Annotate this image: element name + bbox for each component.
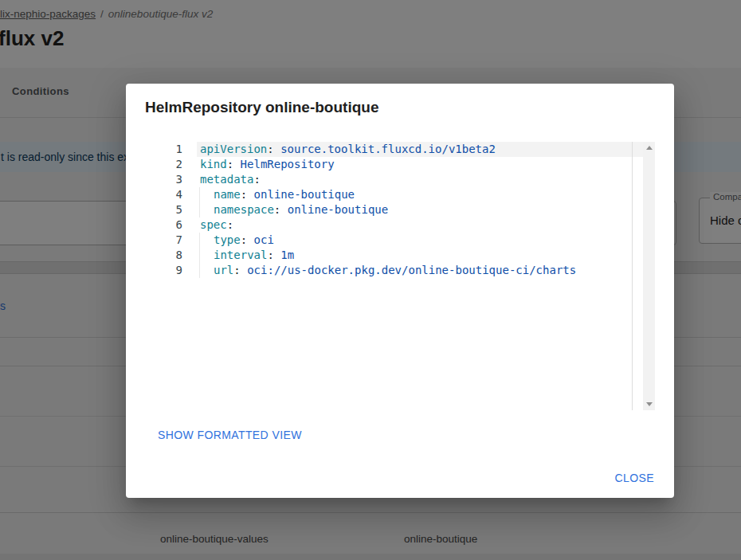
indent-guide-line	[199, 263, 200, 278]
code-line[interactable]: kind: HelmRepository	[197, 157, 643, 172]
indent-guide-line	[199, 187, 200, 202]
code-line[interactable]: url: oci://us-docker.pkg.dev/online-bout…	[197, 263, 643, 278]
indent-guide-line	[199, 202, 200, 217]
resource-yaml-dialog: HelmRepository online-boutique 123456789…	[126, 84, 674, 498]
code-line[interactable]: type: oci	[197, 233, 643, 248]
line-number: 4	[165, 187, 197, 202]
line-number: 3	[165, 172, 197, 187]
yaml-editor[interactable]: 123456789 apiVersion: source.toolkit.flu…	[165, 142, 655, 410]
scroll-down-icon[interactable]	[646, 402, 653, 406]
show-formatted-view-button[interactable]: SHOW FORMATTED VIEW	[158, 429, 302, 441]
line-number: 5	[165, 202, 197, 217]
editor-ruler	[632, 142, 633, 410]
line-number: 8	[165, 248, 197, 263]
scroll-up-icon[interactable]	[646, 146, 653, 150]
line-number: 2	[165, 157, 197, 172]
close-button[interactable]: CLOSE	[615, 472, 654, 484]
code-line[interactable]: namespace: online-boutique	[197, 202, 643, 217]
app-root: lix-nephio-packages/onlineboutique-flux …	[0, 0, 741, 560]
indent-guide-line	[199, 233, 200, 248]
code-line[interactable]: metadata:	[197, 172, 643, 187]
line-number: 1	[165, 142, 197, 157]
line-number: 9	[165, 263, 197, 278]
code-lines[interactable]: apiVersion: source.toolkit.fluxcd.io/v1b…	[197, 142, 643, 410]
line-number: 6	[165, 217, 197, 233]
code-line[interactable]: interval: 1m	[197, 248, 643, 263]
line-number: 7	[165, 233, 197, 248]
editor-scrollbar[interactable]	[643, 142, 655, 410]
code-line[interactable]: spec:	[197, 217, 643, 233]
code-line[interactable]: name: online-boutique	[197, 187, 643, 202]
dialog-title: HelmRepository online-boutique	[145, 99, 378, 116]
indent-guide-line	[199, 248, 200, 263]
editor-gutter: 123456789	[165, 142, 197, 410]
code-line[interactable]: apiVersion: source.toolkit.fluxcd.io/v1b…	[197, 142, 643, 157]
